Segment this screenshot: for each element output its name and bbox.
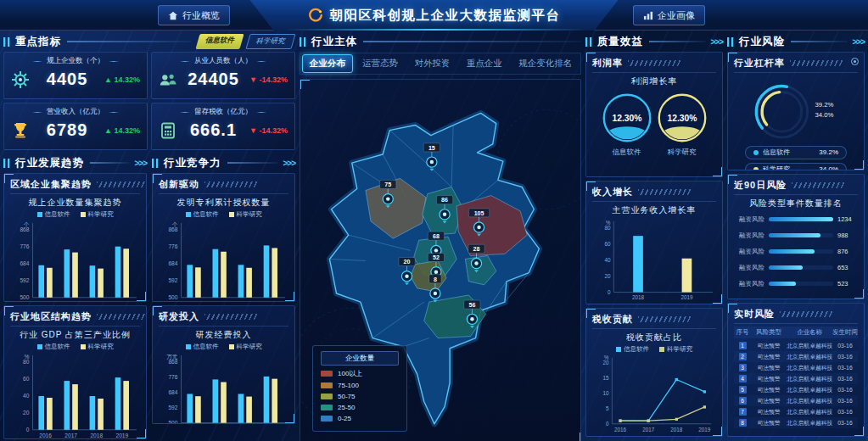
tab-重点企业[interactable]: 重点企业 [460, 55, 509, 72]
panel-title: 实时风险 [734, 308, 775, 321]
chart-title: 风险类型事件数量排名 [734, 198, 858, 209]
legend-item[interactable]: 信息软件 [616, 345, 649, 354]
svg-text:868: 868 [168, 359, 177, 365]
tab-运营态势[interactable]: 运营态势 [356, 55, 405, 72]
legend-item[interactable]: 科学研究 [229, 210, 262, 219]
risk-table-row[interactable]: 5司法预警北京启航卓越科技有限公司03-16 [734, 384, 858, 395]
tab-企业分布[interactable]: 企业分布 [302, 54, 353, 73]
panel-innovation: 创新驱动 发明专利累计授权数量信息软件科学研究500592684776868个2… [152, 173, 295, 302]
risk-table-row[interactable]: 7司法预警北京启航卓越科技有限公司03-16 [734, 406, 858, 417]
gauge-信息软件: 12.30%信息软件 [601, 92, 653, 158]
svg-text:40: 40 [23, 393, 30, 399]
svg-text:2018: 2018 [90, 433, 103, 438]
panel-title: 利润率 [592, 57, 623, 70]
legend-item[interactable]: 科学研究 [81, 343, 114, 351]
chart-title: 税收贡献占比 [592, 332, 716, 343]
nav-industry-overview-label: 行业概览 [182, 9, 220, 22]
hbar-row[interactable]: 融资风险653 [734, 260, 858, 276]
svg-text:2016: 2016 [188, 300, 200, 302]
svg-text:0: 0 [608, 289, 611, 295]
svg-text:776: 776 [168, 374, 177, 380]
svg-text:2017: 2017 [64, 300, 77, 302]
section-line [649, 41, 706, 42]
legend-item[interactable]: 信息软件 [186, 343, 219, 351]
svg-text:0: 0 [606, 421, 609, 427]
section-bars-icon [727, 37, 735, 47]
svg-text:500: 500 [20, 294, 29, 300]
people-icon [159, 70, 177, 89]
indicator-card: 从业人员数（人）24405▼ -14.32% [151, 52, 295, 99]
svg-text:20: 20 [23, 410, 30, 416]
map-legend-items: 100以上75-10050-7525-500-25 [321, 369, 399, 422]
svg-text:2017: 2017 [64, 433, 77, 438]
gauge-label: 信息软件 [613, 148, 641, 158]
donut-legend-item[interactable]: 科学研究34.0% [745, 163, 847, 170]
expand-arrows[interactable]: >>> [852, 37, 865, 47]
legend-item[interactable]: 信息软件 [186, 210, 219, 219]
legend-item[interactable]: 科学研究 [229, 343, 262, 351]
chart-title: 行业 GDP 占第三产业比例 [10, 329, 140, 341]
chart-title: 主营业务收入增长率 [592, 204, 716, 216]
svg-text:2019: 2019 [698, 427, 711, 433]
risk-table-row[interactable]: 3司法预警北京启航卓越科技有限公司03-16 [734, 362, 858, 373]
svg-text:28: 28 [473, 246, 480, 253]
legend-item[interactable]: 科学研究 [659, 345, 692, 354]
tag-science-research[interactable]: 科学研究 [245, 34, 295, 49]
svg-text:个: 个 [172, 221, 178, 227]
svg-text:20: 20 [604, 273, 611, 279]
donut-legend: 信息软件39.2%科学研究34.0% [734, 146, 858, 170]
svg-text:868: 868 [168, 226, 177, 232]
gauge-label: 科学研究 [668, 148, 697, 158]
expand-arrows[interactable]: >>> [283, 159, 295, 168]
tab-对外投资[interactable]: 对外投资 [407, 55, 456, 72]
hbar-row[interactable]: 融资风险523 [734, 276, 858, 292]
info-icon[interactable] [851, 58, 859, 65]
app-title: 朝阳区科创规上企业大数据监测平台 [330, 7, 561, 25]
card-delta: ▼ -14.32% [249, 126, 288, 135]
app-title-banner: 朝阳区科创规上企业大数据监测平台 [250, 0, 619, 31]
section-key-indicators: 重点指标 信息软件 科学研究 [3, 34, 295, 49]
section-risk: 行业风险 >>> [727, 34, 865, 49]
risk-table-row[interactable]: 1司法预警北京启航卓越科技有限公司03-16 [734, 340, 858, 351]
svg-text:8: 8 [434, 276, 437, 283]
tax-icon [159, 121, 177, 140]
svg-text:592: 592 [20, 277, 29, 283]
map-legend-item: 75-100 [321, 382, 399, 389]
svg-text:20: 20 [404, 259, 411, 265]
section-quality: 质量效益 >>> [585, 34, 723, 49]
panel-realtime-risk: 实时风险 序号风险类型企业名称发生时间1司法预警北京启航卓越科技有限公司03-1… [727, 303, 865, 437]
dashboard-body: 重点指标 信息软件 科学研究 规上企业数（个）4405▲ 14.32%从业人员数… [3, 34, 865, 438]
risk-table-row[interactable]: 2司法预警北京启航卓越科技有限公司03-16 [734, 351, 858, 362]
nav-enterprise-portrait[interactable]: 企业画像 [633, 5, 705, 25]
home-icon [168, 11, 178, 20]
left-column: 重点指标 信息软件 科学研究 规上企业数（个）4405▲ 14.32%从业人员数… [3, 34, 295, 441]
svg-text:2016: 2016 [39, 433, 52, 438]
svg-text:2018: 2018 [238, 300, 251, 302]
panel-rd-investment: 研发投入 研发经费投入信息软件科学研究500592684776868万元2016… [152, 305, 295, 424]
expand-arrows[interactable]: >>> [134, 159, 147, 168]
expand-arrows[interactable]: >>> [710, 37, 723, 47]
chart-enterprise-agglomeration: 规上企业数量集聚趋势信息软件科学研究500592684776868个201620… [10, 197, 140, 302]
svg-text:15: 15 [602, 375, 609, 381]
hbar-row[interactable]: 融资风险988 [734, 227, 858, 243]
risk-table-row[interactable]: 4司法预警北京启航卓越科技有限公司03-16 [734, 373, 858, 384]
card-delta: ▼ -14.32% [249, 75, 288, 84]
hbar-row[interactable]: 融资风险1234 [734, 211, 858, 227]
legend-item[interactable]: 信息软件 [37, 210, 70, 219]
section-bars-icon [300, 37, 307, 47]
tag-info-software[interactable]: 信息软件 [195, 34, 244, 49]
hbar-row[interactable]: 融资风险876 [734, 243, 858, 260]
svg-text:%: % [604, 354, 609, 360]
chart-title: 规上企业数量集聚趋势 [10, 197, 140, 209]
industry-tags: 信息软件 科学研究 [198, 34, 294, 49]
tab-规企变化排名[interactable]: 规企变化排名 [512, 55, 579, 72]
donut-legend-item[interactable]: 信息软件39.2% [745, 146, 847, 159]
svg-text:10: 10 [602, 390, 609, 396]
legend-item[interactable]: 信息软件 [37, 343, 70, 351]
hatch-decoration [97, 181, 147, 187]
risk-table-row[interactable]: 8司法预警北京启航卓越科技有限公司03-16 [734, 417, 858, 428]
risk-table-row[interactable]: 6司法预警北京启航卓越科技有限公司03-16 [734, 395, 858, 406]
legend-item[interactable]: 科学研究 [81, 210, 114, 219]
nav-industry-overview[interactable]: 行业概览 [158, 5, 230, 25]
chart-legend: 信息软件科学研究 [592, 345, 716, 354]
